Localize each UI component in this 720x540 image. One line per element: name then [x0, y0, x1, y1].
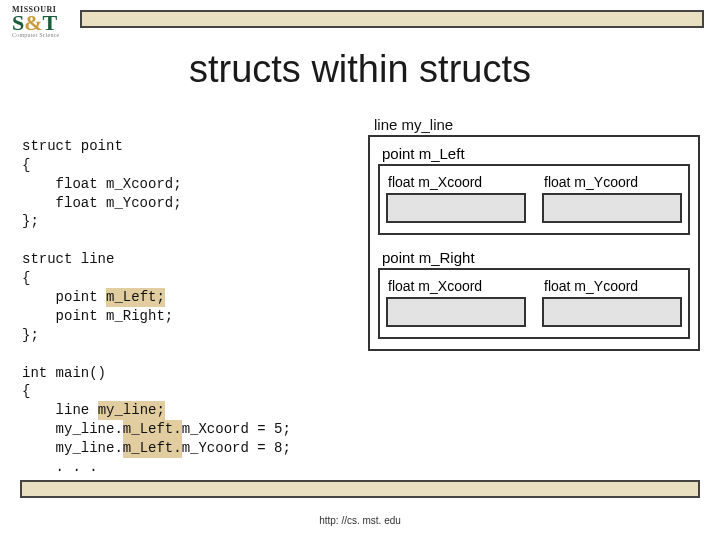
- float-col: float m_Xcoord: [386, 174, 526, 223]
- xcoord-value-box: [386, 193, 526, 223]
- code-line: {: [22, 383, 30, 399]
- xcoord-label: float m_Xcoord: [388, 174, 526, 190]
- left-member-box: float m_Xcoord float m_Ycoord: [378, 164, 690, 235]
- xcoord-label: float m_Xcoord: [388, 278, 526, 294]
- slide-title: structs within structs: [0, 48, 720, 91]
- code-line: struct line: [22, 251, 114, 267]
- code-line-part: line: [22, 402, 98, 418]
- logo-t: T: [43, 10, 58, 35]
- code-line: };: [22, 213, 39, 229]
- code-line: float m_Xcoord;: [22, 176, 182, 192]
- ycoord-label: float m_Ycoord: [544, 278, 682, 294]
- code-line-part: m_Ycoord = 8;: [182, 440, 291, 456]
- left-member-label: point m_Left: [382, 145, 692, 162]
- code-line: struct point: [22, 138, 123, 154]
- right-member-label: point m_Right: [382, 249, 692, 266]
- code-line: float m_Ycoord;: [22, 195, 182, 211]
- footer-url: http: //cs. mst. edu: [0, 515, 720, 526]
- highlight: m_Left;: [106, 288, 165, 307]
- highlight: m_Left.: [123, 420, 182, 439]
- footer-decor-bar: [20, 480, 700, 498]
- code-line: {: [22, 270, 30, 286]
- float-col: float m_Xcoord: [386, 278, 526, 327]
- code-line-part: m_Xcoord = 5;: [182, 421, 291, 437]
- float-row: float m_Xcoord float m_Ycoord: [386, 278, 682, 327]
- code-line: . . .: [22, 459, 98, 475]
- xcoord-value-box: [386, 297, 526, 327]
- memory-diagram: line my_line point m_Left float m_Xcoord…: [368, 116, 700, 351]
- highlight: m_Left.: [123, 439, 182, 458]
- float-col: float m_Ycoord: [542, 174, 682, 223]
- outer-struct-box: point m_Left float m_Xcoord float m_Ycoo…: [368, 135, 700, 351]
- highlight: my_line;: [98, 401, 165, 420]
- outer-struct-label: line my_line: [374, 116, 700, 133]
- code-line: int main(): [22, 365, 106, 381]
- code-line-part: my_line.: [22, 440, 123, 456]
- logo-s: S: [12, 10, 24, 35]
- code-block: struct point { float m_Xcoord; float m_Y…: [22, 118, 352, 477]
- ycoord-value-box: [542, 297, 682, 327]
- logo-amp: &: [24, 10, 42, 35]
- code-line-part: point: [22, 289, 106, 305]
- code-line-part: my_line.: [22, 421, 123, 437]
- ycoord-value-box: [542, 193, 682, 223]
- float-col: float m_Ycoord: [542, 278, 682, 327]
- logo-main: S&T: [12, 14, 74, 32]
- code-line: {: [22, 157, 30, 173]
- right-member-box: float m_Xcoord float m_Ycoord: [378, 268, 690, 339]
- code-line: };: [22, 327, 39, 343]
- code-line: point m_Right;: [22, 308, 173, 324]
- float-row: float m_Xcoord float m_Ycoord: [386, 174, 682, 223]
- ycoord-label: float m_Ycoord: [544, 174, 682, 190]
- header-decor-bar: [80, 10, 704, 28]
- university-logo: MISSOURI S&T Computer Science: [12, 5, 74, 38]
